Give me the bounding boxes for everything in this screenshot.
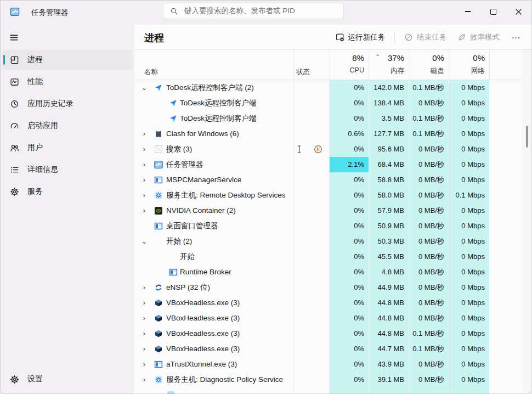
taskmgr-icon <box>154 160 163 169</box>
clipped-app-icon <box>167 391 174 394</box>
search-input[interactable]: 键入要搜索的名称、发布者或 PID <box>163 3 344 19</box>
sidebar-item-processes[interactable]: 进程 <box>2 50 132 70</box>
disk-cell: 0 MB/秒 <box>409 142 449 157</box>
sidebar-item-services[interactable]: 服务 <box>2 182 132 201</box>
process-row[interactable]: › VBoxHeadless.exe (3) 0% 44.8 MB 0 MB/秒… <box>134 311 532 326</box>
startup-icon <box>9 121 19 131</box>
disk-column-label: 磁盘 <box>431 66 444 76</box>
process-name: aTrustXtunnel.exe (3) <box>166 357 237 372</box>
expand-chevron-icon[interactable]: › <box>140 172 149 188</box>
process-name: Clash for Windows (6) <box>166 126 239 142</box>
more-options-button[interactable]: … <box>506 29 527 46</box>
process-row[interactable]: › 服务主机: Remote Desktop Services 0% 58.0 … <box>134 188 532 203</box>
process-row[interactable]: ToDesk远程控制客户端 0% 3.5 MB 0.1 MB/秒 0 Mbps <box>134 111 532 126</box>
expand-chevron-icon[interactable]: › <box>140 357 149 372</box>
process-row[interactable]: ToDesk远程控制客户端 0% 138.4 MB 0 MB/秒 0 Mbps <box>134 95 532 111</box>
process-row[interactable]: ⌄ ToDesk远程控制客户端 (2) 0% 142.0 MB 0.1 MB/秒… <box>134 80 532 95</box>
cpu-cell: 0% <box>330 341 369 357</box>
close-button[interactable] <box>506 0 531 23</box>
sidebar-item-performance[interactable]: 性能 <box>2 72 132 92</box>
network-column-label: 网络 <box>471 66 485 76</box>
network-cell: 0 Mbps <box>449 311 489 326</box>
menu-toggle-button[interactable] <box>5 29 22 46</box>
minimize-button[interactable] <box>455 0 480 23</box>
cpu-cell: 0.6% <box>330 126 369 142</box>
expand-chevron-icon[interactable]: ⌄ <box>140 234 149 249</box>
process-row[interactable]: › aTrustXtunnel.exe (3) 0% 43.9 MB 0 MB/… <box>134 357 532 372</box>
process-row[interactable]: 桌面窗口管理器 0% 50.9 MB 0 MB/秒 0 Mbps <box>134 218 532 234</box>
expand-chevron-icon[interactable] <box>140 249 149 264</box>
scrollbar-thumb[interactable] <box>526 126 528 148</box>
memory-cell: 127.7 MB <box>369 126 409 142</box>
sidebar-item-startup[interactable]: 启动应用 <box>2 116 132 136</box>
end-task-button[interactable]: 结束任务 <box>399 29 451 46</box>
expand-chevron-icon[interactable]: › <box>140 341 149 357</box>
process-row[interactable]: › VBoxHeadless.exe (3) 0% 44.8 MB 0.1 MB… <box>134 326 532 341</box>
process-row[interactable]: › MSPCManagerService 0% 58.8 MB 0 MB/秒 0… <box>134 172 532 188</box>
network-cell: 0 Mbps <box>449 142 489 157</box>
column-header-memory[interactable]: ⌄ 37% 内存 <box>369 49 409 80</box>
network-cell: 0 Mbps <box>449 326 489 341</box>
process-row[interactable]: › 任务管理器 2.1% 68.4 MB 0 MB/秒 0 Mbps <box>134 157 532 172</box>
process-row[interactable]: › NVIDIA Container (2) 0% 57.9 MB 0 MB/秒… <box>134 203 532 218</box>
expand-chevron-icon[interactable]: › <box>140 142 149 157</box>
memory-cell: 44.8 MB <box>369 326 409 341</box>
expand-chevron-icon[interactable] <box>140 95 149 111</box>
expand-chevron-icon[interactable]: › <box>140 372 149 387</box>
disk-cell: 0 MB/秒 <box>409 264 449 280</box>
gear-icon <box>154 375 163 384</box>
vertical-scrollbar[interactable] <box>522 50 531 393</box>
process-row[interactable]: › 服务主机: Diagnostic Policy Service 0% 39.… <box>134 372 532 387</box>
sidebar-item-users[interactable]: 用户 <box>2 138 132 157</box>
disk-cell: 0 MB/秒 <box>409 372 449 387</box>
expand-chevron-icon[interactable] <box>140 218 149 234</box>
disk-cell: 0.1 MB/秒 <box>409 126 449 142</box>
cpu-cell: 0% <box>330 218 369 234</box>
maximize-button[interactable] <box>480 0 506 23</box>
expand-chevron-icon[interactable] <box>140 264 149 280</box>
expand-chevron-icon[interactable]: ⌄ <box>140 80 149 95</box>
toolbar: 运行新任务 结束任务 效率模式 … <box>331 29 527 46</box>
sidebar-item-label: 应用历史记录 <box>27 99 73 109</box>
sidebar-item-history[interactable]: 应用历史记录 <box>2 94 132 114</box>
history-icon <box>9 99 19 109</box>
disk-cell: 0.1 MB/秒 <box>409 80 449 95</box>
column-header-cpu[interactable]: 8% CPU <box>329 49 369 80</box>
status-cell <box>293 280 329 295</box>
expand-chevron-icon[interactable]: › <box>140 188 149 203</box>
process-row[interactable]: › eNSP (32 位) 0% 44.9 MB 0 MB/秒 0 Mbps <box>134 280 532 295</box>
expand-chevron-icon[interactable]: › <box>140 157 149 172</box>
process-row[interactable]: › VBoxHeadless.exe (3) 0% 44.8 MB 0 MB/秒… <box>134 295 532 311</box>
column-header-name[interactable]: 名称 <box>144 67 158 77</box>
expand-chevron-icon[interactable]: › <box>140 126 149 142</box>
column-header-network[interactable]: 0% 网络 <box>449 49 489 80</box>
run-new-task-button[interactable]: 运行新任务 <box>331 29 390 46</box>
expand-chevron-icon[interactable]: › <box>140 203 149 218</box>
memory-cell: 58.0 MB <box>369 188 409 203</box>
expand-chevron-icon[interactable]: › <box>140 311 149 326</box>
nvidia-icon <box>154 206 163 215</box>
cpu-cell: 0% <box>330 111 369 126</box>
status-cell <box>293 295 329 311</box>
column-header-status[interactable]: 状态 <box>296 67 310 77</box>
process-row[interactable]: Runtime Broker 0% 4.8 MB 0 MB/秒 0 Mbps <box>134 264 532 280</box>
sidebar-item-details[interactable]: 详细信息 <box>2 160 132 179</box>
column-header-disk[interactable]: 0% 磁盘 <box>409 49 449 80</box>
efficiency-mode-button[interactable]: 效率模式 <box>452 29 505 46</box>
memory-cell: 50.3 MB <box>369 234 409 249</box>
process-row[interactable]: 开始 0% 45.5 MB 0 MB/秒 0 Mbps <box>134 249 532 264</box>
expand-chevron-icon[interactable]: › <box>140 280 149 295</box>
process-row[interactable]: › VBoxHeadless.exe (3) 0% 44.7 MB 0.1 MB… <box>134 341 532 357</box>
network-cell: 0 Mbps <box>449 234 489 249</box>
sidebar-item-label: 进程 <box>27 55 43 65</box>
process-row[interactable]: › Clash for Windows (6) 0.6% 127.7 MB 0.… <box>134 126 532 142</box>
process-row[interactable]: › 搜索 (3) 0% 95.6 MB 0 MB/秒 0 Mbps <box>134 142 532 157</box>
expand-chevron-icon[interactable]: › <box>140 295 149 311</box>
process-row[interactable]: ⌄ 开始 (2) 0% 50.3 MB 0 MB/秒 0 Mbps <box>134 234 532 249</box>
network-cell: 0 Mbps <box>449 372 489 387</box>
memory-cell: 68.4 MB <box>369 157 409 172</box>
expand-chevron-icon[interactable]: › <box>140 326 149 341</box>
expand-chevron-icon[interactable] <box>140 111 149 126</box>
sidebar-item-settings[interactable]: 设置 <box>2 369 132 389</box>
status-cell <box>293 188 329 203</box>
